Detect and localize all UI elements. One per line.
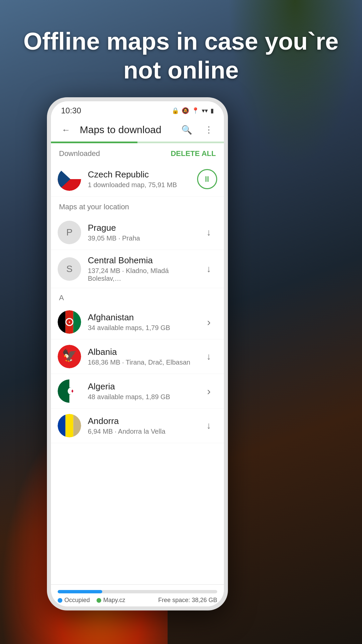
mapycz-dot <box>97 598 101 603</box>
pause-button[interactable]: ⏸ <box>197 169 217 189</box>
more-icon: ⋮ <box>204 125 213 135</box>
algeria-info: Algeria 48 available maps, 1,89 GB <box>88 381 194 401</box>
prague-download-button[interactable]: ↓ <box>200 224 217 241</box>
central-bohemia-info: Central Bohemia 137,24 MB · Kladno, Mlad… <box>88 255 194 282</box>
wifi-icon: ▾▾ <box>202 107 208 114</box>
storage-labels: Occupied Mapy.cz Free space: 38,26 GB <box>58 597 217 604</box>
phone-frame: 10:30 🔒 🔕 📍 ▾▾ ▮ ← Maps to download 🔍 ⋮ <box>47 97 228 610</box>
back-button[interactable]: ← <box>58 121 74 138</box>
headline: Offline maps in case you`re not online <box>0 27 362 85</box>
status-bar: 10:30 🔒 🔕 📍 ▾▾ ▮ <box>51 101 224 118</box>
content-area[interactable]: Downloaded DELETE ALL <box>51 143 224 584</box>
algeria-name: Algeria <box>88 381 194 392</box>
prague-letter-icon: P <box>58 221 81 244</box>
afghanistan-flag-icon: ✦ <box>58 310 81 334</box>
app-bar: ← Maps to download 🔍 ⋮ <box>51 118 224 142</box>
algeria-item[interactable]: Algeria 48 available maps, 1,89 GB › <box>51 374 224 409</box>
prague-name: Prague <box>88 223 194 233</box>
central-bohemia-download-button[interactable]: ↓ <box>200 261 217 277</box>
download-icon-3: ↓ <box>206 351 211 362</box>
download-icon: ↓ <box>206 227 211 238</box>
prague-detail: 39,05 MB · Praha <box>88 234 194 242</box>
czech-flag-icon <box>58 167 81 191</box>
afghanistan-detail: 34 available maps, 1,79 GB <box>88 324 194 332</box>
search-button[interactable]: 🔍 <box>178 121 195 138</box>
andorra-download-button[interactable]: ↓ <box>200 417 217 434</box>
prague-info: Prague 39,05 MB · Praha <box>88 223 194 242</box>
location-icon: 📍 <box>192 107 199 114</box>
algeria-chevron[interactable]: › <box>200 383 217 399</box>
central-bohemia-name: Central Bohemia <box>88 255 194 266</box>
occupied-label: Occupied <box>64 597 90 604</box>
albania-info: Albania 168,36 MB · Tirana, Drač, Elbasa… <box>88 347 194 366</box>
svg-rect-7 <box>73 310 81 334</box>
alpha-letter: A <box>59 293 64 302</box>
chevron-right-icon-2: › <box>207 385 211 397</box>
free-space-label: Free space: 38,26 GB <box>158 597 217 604</box>
svg-rect-21 <box>58 414 65 437</box>
central-bohemia-detail: 137,24 MB · Kladno, Mladá Boleslav,… <box>88 267 194 282</box>
svg-rect-22 <box>65 414 73 437</box>
mapycz-legend: Mapy.cz <box>97 597 125 604</box>
czech-republic-detail: 1 downloaded map, 75,91 MB <box>88 181 190 189</box>
afghanistan-item[interactable]: ✦ Afghanistan 34 available maps, 1,79 GB… <box>51 305 224 339</box>
svg-rect-5 <box>58 310 65 334</box>
andorra-info: Andorra 6,94 MB · Andorra la Vella <box>88 416 194 435</box>
andorra-detail: 6,94 MB · Andorra la Vella <box>88 428 194 435</box>
svg-text:✦: ✦ <box>68 320 71 324</box>
lock-icon: 🔒 <box>172 107 179 114</box>
storage-bar-fill <box>58 590 102 593</box>
app-bar-title: Maps to download <box>80 124 173 136</box>
alpha-marker-a: A <box>51 288 224 305</box>
status-icons: 🔒 🔕 📍 ▾▾ ▮ <box>172 107 214 114</box>
search-icon: 🔍 <box>181 125 192 135</box>
svg-rect-23 <box>73 414 81 437</box>
mapycz-label: Mapy.cz <box>103 597 125 604</box>
czech-republic-item[interactable]: Czech Republic 1 downloaded map, 75,91 M… <box>51 162 224 197</box>
maps-location-text: Maps at your location <box>59 203 129 211</box>
czech-republic-info: Czech Republic 1 downloaded map, 75,91 M… <box>88 169 190 189</box>
delete-all-button[interactable]: DELETE ALL <box>171 149 216 158</box>
afghanistan-info: Afghanistan 34 available maps, 1,79 GB <box>88 312 194 332</box>
andorra-item[interactable]: Andorra 6,94 MB · Andorra la Vella ↓ <box>51 409 224 443</box>
occupied-legend: Occupied <box>58 597 90 604</box>
status-time: 10:30 <box>61 106 81 115</box>
algeria-detail: 48 available maps, 1,89 GB <box>88 393 194 401</box>
storage-legend: Occupied Mapy.cz <box>58 597 125 604</box>
battery-icon: ▮ <box>210 107 214 114</box>
albania-download-button[interactable]: ↓ <box>200 348 217 365</box>
storage-bar-container: Occupied Mapy.cz Free space: 38,26 GB <box>51 584 224 606</box>
chevron-right-icon: › <box>207 316 211 328</box>
andorra-name: Andorra <box>88 416 194 426</box>
albania-detail: 168,36 MB · Tirana, Drač, Elbasan <box>88 359 194 366</box>
czech-republic-name: Czech Republic <box>88 169 190 180</box>
central-bohemia-letter-icon: S <box>58 257 81 281</box>
algeria-flag-icon <box>58 379 81 403</box>
albania-name: Albania <box>88 347 194 357</box>
maps-at-location-label: Maps at your location <box>51 197 224 215</box>
downloaded-label: Downloaded <box>59 149 100 158</box>
phone-screen: 10:30 🔒 🔕 📍 ▾▾ ▮ ← Maps to download 🔍 ⋮ <box>51 101 224 606</box>
mute-icon: 🔕 <box>182 107 189 114</box>
prague-item[interactable]: P Prague 39,05 MB · Praha ↓ <box>51 215 224 250</box>
albania-item[interactable]: 🦅 Albania 168,36 MB · Tirana, Drač, Elba… <box>51 339 224 374</box>
downloaded-section-header: Downloaded DELETE ALL <box>51 143 224 162</box>
andorra-flag-icon <box>58 414 81 437</box>
storage-bar <box>58 590 217 593</box>
download-icon-2: ↓ <box>206 264 211 274</box>
albania-flag-icon: 🦅 <box>58 345 81 368</box>
headline-text: Offline maps in case you`re not online <box>20 27 342 85</box>
pause-icon: ⏸ <box>203 174 211 184</box>
download-icon-4: ↓ <box>206 420 211 431</box>
afghanistan-name: Afghanistan <box>88 312 194 323</box>
menu-button[interactable]: ⋮ <box>200 121 217 138</box>
central-bohemia-item[interactable]: S Central Bohemia 137,24 MB · Kladno, Ml… <box>51 250 224 288</box>
occupied-dot <box>58 598 62 603</box>
svg-text:🦅: 🦅 <box>62 348 77 363</box>
back-icon: ← <box>62 125 70 135</box>
afghanistan-chevron[interactable]: › <box>200 314 217 330</box>
